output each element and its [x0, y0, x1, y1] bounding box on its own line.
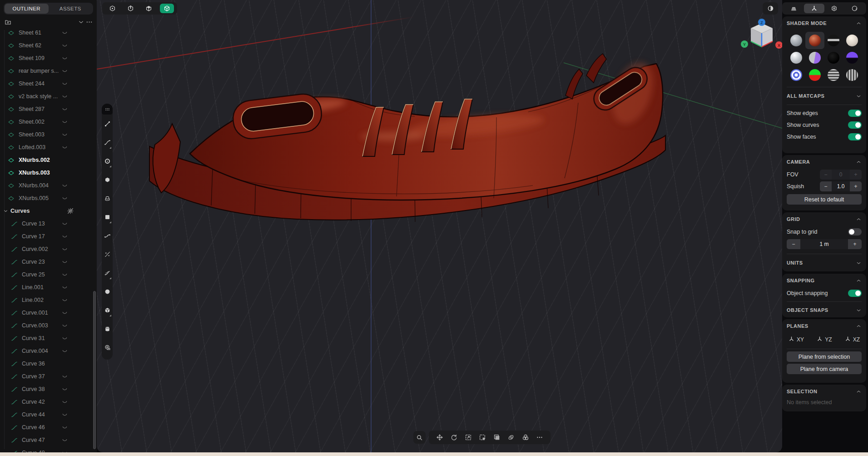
panel-tab-lens[interactable]	[844, 4, 865, 13]
item-visibility-arc-icon[interactable]	[61, 348, 68, 355]
matcap-dark-stripe[interactable]	[824, 32, 843, 49]
snapping-header[interactable]: SNAPPING	[787, 274, 862, 287]
reset-to-default-button[interactable]: Reset to default	[787, 194, 862, 205]
outliner-item[interactable]: Curve 31	[0, 332, 97, 345]
duplicate-button[interactable]	[491, 432, 503, 443]
blend-button[interactable]	[520, 432, 531, 443]
outliner-item[interactable]: Curve 48	[0, 446, 97, 452]
item-visibility-arc-icon[interactable]	[61, 233, 68, 240]
panel-tab-grid-mesh[interactable]	[784, 4, 804, 13]
outliner-item[interactable]: Curve 44	[0, 408, 97, 421]
item-visibility-arc-icon[interactable]	[61, 271, 68, 278]
outliner-item[interactable]: Curve 36	[0, 357, 97, 370]
units-header[interactable]: UNITS	[787, 256, 862, 269]
camera-header[interactable]: CAMERA	[787, 155, 862, 169]
visibility-off-icon[interactable]	[67, 207, 74, 215]
squish-minus-button[interactable]: −	[820, 181, 832, 191]
matcap-half-purple[interactable]	[805, 49, 824, 66]
object-snaps-header[interactable]: OBJECT SNAPS	[787, 304, 862, 316]
panel-tab-axis-tripod[interactable]	[804, 4, 824, 13]
plane-from-selection-button[interactable]: Plane from selection	[787, 351, 862, 362]
fov-plus-button[interactable]: +	[850, 170, 862, 180]
grid-header[interactable]: GRID	[787, 212, 862, 226]
array-button[interactable]	[476, 432, 488, 443]
item-visibility-arc-icon[interactable]	[61, 80, 68, 87]
item-visibility-arc-icon[interactable]	[61, 310, 68, 316]
planes-header[interactable]: PLANES	[787, 319, 862, 333]
squish-plus-button[interactable]: +	[850, 181, 862, 191]
item-visibility-arc-icon[interactable]	[61, 411, 68, 418]
object-snapping-toggle[interactable]	[848, 290, 862, 297]
outliner-item[interactable]: Curve.003	[0, 319, 97, 332]
outliner-item[interactable]: Line.002	[0, 294, 97, 306]
squish-value[interactable]: 1.0	[832, 181, 850, 191]
ellipsis-icon[interactable]	[85, 18, 93, 26]
outliner-item[interactable]: Sheet 109	[0, 52, 97, 65]
selection-header[interactable]: SELECTION	[787, 385, 862, 398]
item-visibility-arc-icon[interactable]	[61, 182, 68, 189]
shader-mode-header[interactable]: SHADER MODE	[787, 16, 862, 30]
item-visibility-arc-icon[interactable]	[61, 144, 68, 151]
view-cube[interactable]: Z Y X	[738, 18, 782, 56]
outliner-item[interactable]: Curve 47	[0, 434, 97, 446]
polygon-tool-button[interactable]	[102, 170, 113, 189]
show-curves-toggle[interactable]	[848, 121, 862, 129]
show-edges-toggle[interactable]	[848, 110, 862, 117]
chevron-down-icon[interactable]	[77, 18, 85, 26]
item-visibility-arc-icon[interactable]	[61, 386, 68, 393]
item-visibility-arc-icon[interactable]	[61, 55, 68, 62]
outliner-item[interactable]: Curve 13	[0, 217, 97, 230]
outliner-scrollbar[interactable]	[93, 291, 96, 449]
isolate-button[interactable]	[505, 432, 517, 443]
outliner-item[interactable]: Curve 17	[0, 230, 97, 243]
item-visibility-arc-icon[interactable]	[61, 322, 68, 329]
outliner-item[interactable]: Sheet 61	[0, 26, 97, 39]
matcap-v-stripes[interactable]	[843, 66, 862, 84]
plane-xy-button[interactable]: XY	[789, 336, 804, 343]
circle-tool-button[interactable]	[102, 152, 113, 170]
curve-tool-button[interactable]	[102, 133, 113, 152]
outliner-item[interactable]: Curve 23	[0, 256, 97, 268]
scale-button[interactable]	[462, 432, 474, 443]
item-visibility-arc-icon[interactable]	[61, 335, 68, 342]
rectangle-tool-button[interactable]	[102, 208, 113, 226]
plane-xz-button[interactable]: XZ	[845, 336, 860, 343]
show-faces-toggle[interactable]	[848, 133, 862, 140]
trim-tool-button[interactable]	[102, 245, 113, 264]
caret-down-icon[interactable]	[3, 208, 9, 214]
item-visibility-arc-icon[interactable]	[61, 30, 68, 36]
item-visibility-arc-icon[interactable]	[61, 373, 68, 380]
matcap-h-stripes[interactable]	[824, 66, 843, 84]
item-visibility-arc-icon[interactable]	[61, 297, 68, 304]
outliner-item[interactable]: Curve 37	[0, 370, 97, 383]
plane-from-camera-button[interactable]: Plane from camera	[787, 364, 862, 374]
grid-size-minus-button[interactable]: −	[787, 239, 800, 249]
edge-mode-button[interactable]	[124, 4, 138, 13]
measure-tool-button[interactable]	[102, 338, 113, 357]
sphere-tool-button[interactable]	[102, 282, 113, 301]
item-visibility-arc-icon[interactable]	[61, 68, 68, 75]
matcap-black[interactable]	[824, 49, 843, 66]
matcap-glossy-white[interactable]	[787, 49, 805, 66]
all-matcaps-header[interactable]: ALL MATCAPS	[787, 90, 862, 102]
outliner-item[interactable]: Sheet.002	[0, 115, 97, 128]
outliner-item[interactable]: Curve 42	[0, 396, 97, 408]
item-visibility-arc-icon[interactable]	[61, 424, 68, 431]
outliner-item[interactable]: XNurbs.003	[0, 166, 97, 179]
outliner-item[interactable]: v2 back style ...	[0, 90, 97, 103]
fov-value[interactable]: 0	[832, 170, 850, 180]
outliner-item[interactable]: Sheet 62	[0, 39, 97, 52]
outliner-item[interactable]: Curve 25	[0, 268, 97, 281]
tab-assets[interactable]: ASSETS	[49, 4, 93, 14]
viewport-3d[interactable]: Z Y X	[97, 0, 782, 452]
snap-to-grid-toggle[interactable]	[848, 228, 862, 236]
cylinder-tool-button[interactable]	[102, 320, 113, 338]
rotate-button[interactable]	[448, 432, 460, 443]
matcap-purple-black[interactable]	[843, 49, 862, 66]
item-visibility-arc-icon[interactable]	[61, 119, 68, 125]
outliner-item[interactable]: Sheet 287	[0, 103, 97, 115]
matcap-pearl[interactable]	[843, 32, 862, 49]
line-tool-button[interactable]	[102, 115, 113, 133]
outliner-item[interactable]: Curve.004	[0, 345, 97, 357]
outliner-item[interactable]: Sheet.003	[0, 128, 97, 141]
